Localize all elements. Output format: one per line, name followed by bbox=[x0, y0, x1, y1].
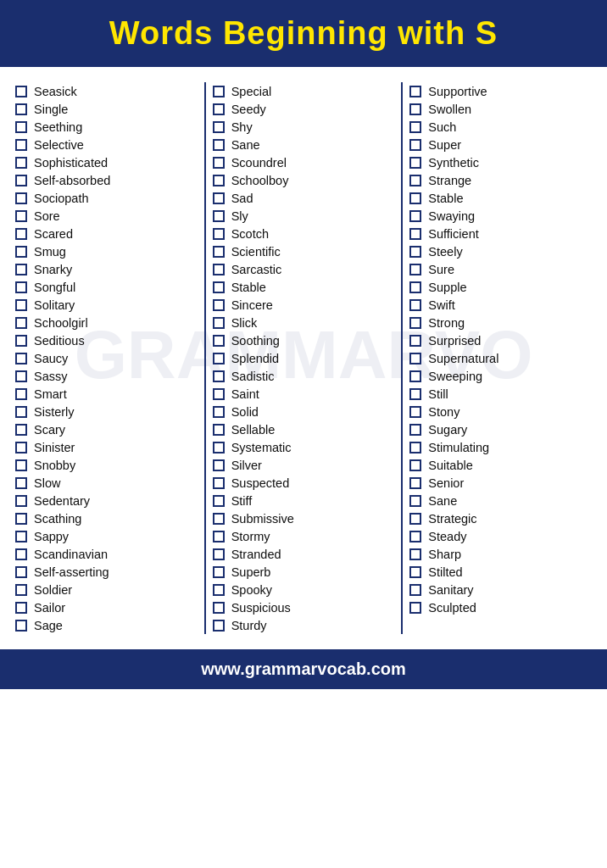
checkbox-icon[interactable] bbox=[213, 584, 225, 596]
checkbox-icon[interactable] bbox=[409, 406, 421, 418]
checkbox-icon[interactable] bbox=[213, 192, 225, 204]
checkbox-icon[interactable] bbox=[409, 531, 421, 542]
checkbox-icon[interactable] bbox=[15, 264, 27, 275]
checkbox-icon[interactable] bbox=[409, 86, 421, 97]
checkbox-icon[interactable] bbox=[213, 548, 225, 560]
checkbox-icon[interactable] bbox=[213, 157, 225, 169]
checkbox-icon[interactable] bbox=[213, 299, 225, 311]
checkbox-icon[interactable] bbox=[213, 370, 225, 382]
checkbox-icon[interactable] bbox=[15, 139, 27, 151]
checkbox-icon[interactable] bbox=[213, 86, 225, 97]
checkbox-icon[interactable] bbox=[213, 602, 225, 614]
checkbox-icon[interactable] bbox=[15, 210, 27, 222]
checkbox-icon[interactable] bbox=[409, 175, 421, 186]
checkbox-icon[interactable] bbox=[15, 299, 27, 311]
checkbox-icon[interactable] bbox=[409, 424, 421, 436]
checkbox-icon[interactable] bbox=[15, 424, 27, 436]
checkbox-icon[interactable] bbox=[15, 566, 27, 578]
checkbox-icon[interactable] bbox=[15, 531, 27, 542]
checkbox-icon[interactable] bbox=[15, 246, 27, 258]
checkbox-icon[interactable] bbox=[213, 566, 225, 578]
checkbox-icon[interactable] bbox=[15, 103, 27, 115]
checkbox-icon[interactable] bbox=[213, 424, 225, 436]
checkbox-icon[interactable] bbox=[213, 353, 225, 364]
checkbox-icon[interactable] bbox=[213, 459, 225, 471]
list-item: Such bbox=[406, 118, 595, 136]
word-label: Sarcastic bbox=[231, 263, 282, 276]
checkbox-icon[interactable] bbox=[409, 584, 421, 596]
checkbox-icon[interactable] bbox=[409, 566, 421, 578]
checkbox-icon[interactable] bbox=[15, 317, 27, 329]
checkbox-icon[interactable] bbox=[15, 192, 27, 204]
checkbox-icon[interactable] bbox=[409, 602, 421, 614]
checkbox-icon[interactable] bbox=[409, 388, 421, 400]
checkbox-icon[interactable] bbox=[213, 620, 225, 632]
checkbox-icon[interactable] bbox=[15, 495, 27, 507]
checkbox-icon[interactable] bbox=[409, 477, 421, 489]
checkbox-icon[interactable] bbox=[213, 121, 225, 133]
checkbox-icon[interactable] bbox=[15, 620, 27, 632]
checkbox-icon[interactable] bbox=[213, 210, 225, 222]
checkbox-icon[interactable] bbox=[409, 210, 421, 222]
checkbox-icon[interactable] bbox=[213, 495, 225, 507]
checkbox-icon[interactable] bbox=[213, 228, 225, 240]
checkbox-icon[interactable] bbox=[409, 370, 421, 382]
checkbox-icon[interactable] bbox=[213, 513, 225, 525]
checkbox-icon[interactable] bbox=[213, 477, 225, 489]
checkbox-icon[interactable] bbox=[213, 317, 225, 329]
checkbox-icon[interactable] bbox=[213, 103, 225, 115]
checkbox-icon[interactable] bbox=[409, 103, 421, 115]
checkbox-icon[interactable] bbox=[213, 335, 225, 347]
checkbox-icon[interactable] bbox=[213, 442, 225, 453]
checkbox-icon[interactable] bbox=[15, 548, 27, 560]
checkbox-icon[interactable] bbox=[15, 121, 27, 133]
checkbox-icon[interactable] bbox=[15, 513, 27, 525]
checkbox-icon[interactable] bbox=[15, 602, 27, 614]
word-label: Suitable bbox=[428, 459, 472, 472]
checkbox-icon[interactable] bbox=[213, 139, 225, 151]
checkbox-icon[interactable] bbox=[15, 353, 27, 364]
checkbox-icon[interactable] bbox=[213, 264, 225, 275]
checkbox-icon[interactable] bbox=[213, 406, 225, 418]
checkbox-icon[interactable] bbox=[409, 264, 421, 275]
word-label: Shy bbox=[231, 120, 253, 134]
checkbox-icon[interactable] bbox=[15, 175, 27, 186]
checkbox-icon[interactable] bbox=[409, 192, 421, 204]
checkbox-icon[interactable] bbox=[15, 228, 27, 240]
checkbox-icon[interactable] bbox=[409, 442, 421, 453]
checkbox-icon[interactable] bbox=[409, 139, 421, 151]
checkbox-icon[interactable] bbox=[409, 299, 421, 311]
word-label: Splendid bbox=[231, 352, 279, 365]
checkbox-icon[interactable] bbox=[15, 388, 27, 400]
list-item: Self-absorbed bbox=[12, 171, 201, 189]
checkbox-icon[interactable] bbox=[409, 513, 421, 525]
checkbox-icon[interactable] bbox=[409, 495, 421, 507]
checkbox-icon[interactable] bbox=[409, 353, 421, 364]
checkbox-icon[interactable] bbox=[15, 477, 27, 489]
checkbox-icon[interactable] bbox=[409, 246, 421, 258]
checkbox-icon[interactable] bbox=[213, 246, 225, 258]
checkbox-icon[interactable] bbox=[409, 228, 421, 240]
word-label: Slick bbox=[231, 316, 258, 330]
checkbox-icon[interactable] bbox=[409, 157, 421, 169]
checkbox-icon[interactable] bbox=[409, 121, 421, 133]
checkbox-icon[interactable] bbox=[15, 442, 27, 453]
checkbox-icon[interactable] bbox=[409, 335, 421, 347]
checkbox-icon[interactable] bbox=[15, 86, 27, 97]
checkbox-icon[interactable] bbox=[409, 548, 421, 560]
checkbox-icon[interactable] bbox=[409, 281, 421, 293]
checkbox-icon[interactable] bbox=[15, 370, 27, 382]
checkbox-icon[interactable] bbox=[213, 175, 225, 186]
checkbox-icon[interactable] bbox=[15, 157, 27, 169]
checkbox-icon[interactable] bbox=[213, 531, 225, 542]
checkbox-icon[interactable] bbox=[409, 317, 421, 329]
checkbox-icon[interactable] bbox=[213, 388, 225, 400]
checkbox-icon[interactable] bbox=[15, 335, 27, 347]
word-label: Sage bbox=[34, 619, 63, 632]
checkbox-icon[interactable] bbox=[409, 459, 421, 471]
checkbox-icon[interactable] bbox=[15, 459, 27, 471]
checkbox-icon[interactable] bbox=[15, 281, 27, 293]
checkbox-icon[interactable] bbox=[15, 584, 27, 596]
checkbox-icon[interactable] bbox=[213, 281, 225, 293]
checkbox-icon[interactable] bbox=[15, 406, 27, 418]
